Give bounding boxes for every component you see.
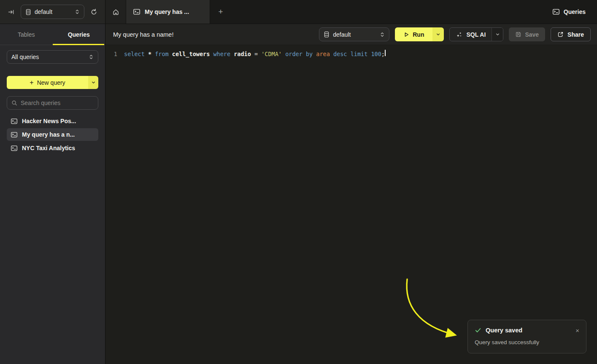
new-query-button[interactable]: + New query xyxy=(7,76,88,89)
query-terminal-icon xyxy=(133,8,140,16)
chevron-updown-icon xyxy=(89,54,94,60)
refresh-icon xyxy=(90,8,97,16)
run-button[interactable]: Run xyxy=(395,27,432,41)
new-query-label: New query xyxy=(37,79,65,86)
app-shell: Tables Queries All queries + New query xyxy=(0,24,597,364)
query-terminal-icon xyxy=(11,118,18,125)
query-list-item[interactable]: Hacker News Pos... xyxy=(7,115,98,127)
database-icon xyxy=(324,31,330,38)
chevron-down-icon xyxy=(495,32,500,37)
share-icon xyxy=(557,31,564,38)
chevron-down-icon xyxy=(91,80,96,85)
chevron-updown-icon xyxy=(380,32,385,38)
toast-header: Query saved × xyxy=(475,327,579,334)
database-selector-value: default xyxy=(333,31,376,38)
query-toolbar: My query has a name! default xyxy=(105,24,597,45)
queries-badge-label: Queries xyxy=(564,8,586,15)
sql-ai-button[interactable]: SQL AI xyxy=(450,28,492,41)
refresh-button[interactable] xyxy=(89,7,99,17)
toast-close-button[interactable]: × xyxy=(575,327,579,334)
tab-tables[interactable]: Tables xyxy=(0,24,53,45)
queries-terminal-icon xyxy=(552,8,560,16)
toolbar-database-selector[interactable]: default xyxy=(319,27,389,41)
home-button[interactable] xyxy=(105,0,126,24)
sidebar-tabs: Tables Queries xyxy=(0,24,105,45)
query-filter-select[interactable]: All queries xyxy=(7,50,98,64)
chevron-down-icon xyxy=(436,32,440,37)
code-line: 1 select * from cell_towers where radio … xyxy=(105,50,597,59)
run-options-button[interactable] xyxy=(432,27,444,41)
saved-query-list: Hacker News Pos... My query has a n... xyxy=(7,115,98,154)
tab-strip-spacer xyxy=(231,0,552,24)
sidebar-body: All queries + New query xyxy=(0,45,105,154)
tab-strip: My query has ... + Queries xyxy=(105,0,597,24)
sql-ai-split-button: SQL AI xyxy=(449,27,503,41)
topbar-database-selector[interactable]: default xyxy=(21,5,84,19)
text-cursor xyxy=(385,50,386,56)
new-tab-button[interactable]: + xyxy=(210,0,231,24)
query-item-label: My query has a n... xyxy=(22,131,75,138)
query-list-item-selected[interactable]: My query has a n... xyxy=(7,128,98,141)
sidebar: Tables Queries All queries + New query xyxy=(0,24,105,364)
top-bar: default xyxy=(0,0,597,24)
main-panel: My query has a name! default xyxy=(105,24,597,364)
sql-ai-dropdown-button[interactable] xyxy=(492,28,503,41)
run-split-button: Run xyxy=(395,27,444,41)
sql-editor[interactable]: 1 select * from cell_towers where radio … xyxy=(105,45,597,364)
database-selector-value: default xyxy=(35,8,71,15)
query-terminal-icon xyxy=(11,131,18,138)
sql-ai-label: SQL AI xyxy=(466,31,486,38)
save-label: Save xyxy=(525,31,539,38)
database-icon xyxy=(25,9,31,15)
query-terminal-icon xyxy=(11,145,18,152)
query-list-item[interactable]: NYC Taxi Analytics xyxy=(7,142,98,154)
query-item-label: Hacker News Pos... xyxy=(22,118,76,124)
plus-icon: + xyxy=(218,7,223,16)
share-label: Share xyxy=(567,31,584,38)
collapse-sidebar-icon xyxy=(8,8,15,16)
save-button[interactable]: Save xyxy=(509,27,545,41)
sparkles-icon xyxy=(456,31,462,38)
play-icon xyxy=(403,32,409,38)
tab-label: My query has ... xyxy=(145,8,189,15)
toast-message: Query saved successfully xyxy=(475,339,579,345)
plus-icon: + xyxy=(30,79,33,86)
tab-queries[interactable]: Queries xyxy=(53,24,105,45)
tab-my-query[interactable]: My query has ... xyxy=(126,0,210,24)
new-query-dropdown-button[interactable] xyxy=(88,76,98,89)
search-queries-box xyxy=(7,96,98,110)
toast-query-saved: Query saved × Query saved successfully xyxy=(467,320,586,353)
query-filter-value: All queries xyxy=(11,54,85,60)
save-icon xyxy=(515,31,521,38)
query-item-label: NYC Taxi Analytics xyxy=(22,145,75,151)
home-icon xyxy=(112,8,119,16)
topbar-left-section: default xyxy=(0,0,105,24)
queries-badge: Queries xyxy=(552,0,597,24)
check-icon xyxy=(475,327,481,334)
search-icon xyxy=(11,100,17,106)
sql-code[interactable]: select * from cell_towers where radio = … xyxy=(124,50,385,59)
search-queries-input[interactable] xyxy=(21,100,97,106)
chevron-updown-icon xyxy=(75,9,80,15)
query-title: My query has a name! xyxy=(113,31,313,38)
close-icon: × xyxy=(575,327,579,334)
share-button[interactable]: Share xyxy=(551,27,591,41)
new-query-split-button: + New query xyxy=(7,76,98,89)
line-number: 1 xyxy=(109,50,117,59)
collapse-sidebar-button[interactable] xyxy=(6,7,16,17)
run-label: Run xyxy=(413,31,424,38)
toast-title: Query saved xyxy=(486,327,571,334)
